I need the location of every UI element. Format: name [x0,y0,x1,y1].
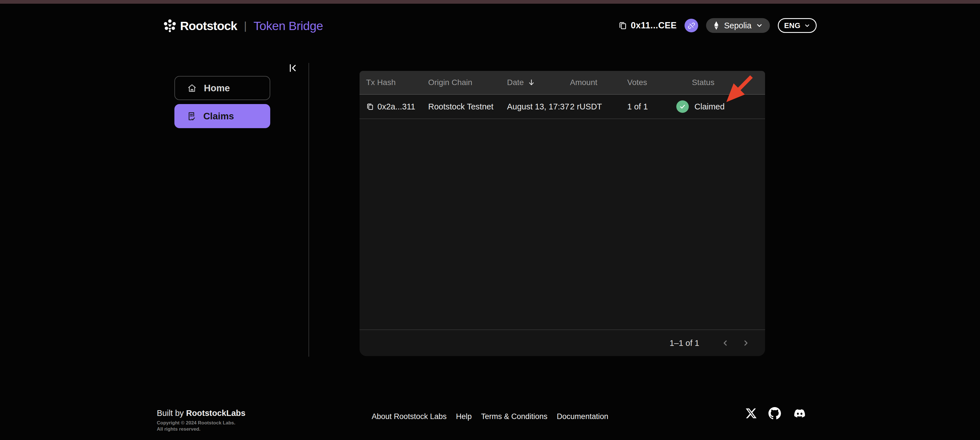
footer-link-help[interactable]: Help [456,412,472,421]
github-icon[interactable] [768,407,781,419]
app-logo[interactable]: Rootstock | Token Bridge [162,17,323,34]
network-label: Sepolia [724,21,751,30]
sidebar-item-claims[interactable]: Claims [174,104,270,128]
sort-desc-icon [527,78,536,87]
app-name: Token Bridge [253,19,323,33]
cell-status: Claimed [676,100,765,113]
top-accent-strip [0,0,980,4]
brand-separator: | [244,20,247,32]
language-label: ENG [784,21,800,30]
cell-amount: 2 rUSDT [570,102,627,111]
network-selector[interactable]: Sepolia [706,18,770,33]
tx-hash-value: 0x2a...311 [377,102,415,111]
claims-table: Tx Hash Origin Chain Date Amount Votes S… [360,71,765,356]
wallet-address-chip[interactable]: 0x11...CEE [618,21,677,31]
sidebar-divider [309,63,309,357]
table-pagination: 1–1 of 1 [360,329,765,356]
chevron-right-icon [741,339,750,347]
sidebar-item-label: Home [204,83,230,94]
column-header-date[interactable]: Date [507,78,570,87]
chevron-down-icon [804,22,810,29]
table-row[interactable]: 0x2a...311 Rootstock Testnet August 13, … [360,95,765,119]
home-icon [187,83,197,93]
ethereum-icon [713,21,720,30]
claims-icon [186,111,197,121]
pagination-prev-button[interactable] [719,336,732,350]
language-selector[interactable]: ENG [778,18,817,33]
cell-tx-hash: 0x2a...311 [366,102,428,111]
brand-name: Rootstock [180,19,237,33]
pagination-next-button[interactable] [739,336,752,350]
copyright: Copyright © 2024 Rootstock Labs. All rig… [157,420,245,433]
disconnect-icon [688,22,695,30]
column-header-votes: Votes [627,78,692,87]
built-by: Built by RootstockLabs [157,408,245,418]
x-icon[interactable] [746,408,757,419]
built-by-brand: RootstockLabs [186,408,245,418]
footer-social [746,407,807,419]
footer-link-documentation[interactable]: Documentation [557,412,609,421]
discord-icon[interactable] [793,408,807,419]
collapse-sidebar-icon [288,63,299,73]
check-icon [679,103,686,110]
copy-icon[interactable] [618,21,627,30]
chevron-down-icon [756,22,763,29]
sidebar-item-home[interactable]: Home [174,76,270,100]
copy-icon[interactable] [366,103,374,111]
column-header-amount: Amount [570,78,627,87]
disconnect-wallet-button[interactable] [684,19,698,32]
pagination-range: 1–1 of 1 [670,338,699,348]
table-header-row: Tx Hash Origin Chain Date Amount Votes S… [360,71,765,95]
collapse-sidebar-button[interactable] [286,61,300,75]
status-label: Claimed [694,102,724,111]
footer-links: About Rootstock Labs Help Terms & Condit… [372,412,608,421]
sidebar-item-label: Claims [203,111,234,122]
column-header-tx-hash: Tx Hash [366,78,428,87]
wallet-address: 0x11...CEE [631,21,677,31]
footer-link-terms[interactable]: Terms & Conditions [481,412,547,421]
cell-origin-chain: Rootstock Testnet [428,102,507,111]
status-claimed-badge [676,100,689,113]
column-header-status: Status [692,78,765,87]
footer-link-about[interactable]: About Rootstock Labs [372,412,447,421]
chevron-left-icon [721,339,730,347]
rootstock-logo-icon [162,18,177,33]
footer-credits: Built by RootstockLabs Copyright © 2024 … [157,408,245,433]
cell-date: August 13, 17:37 [507,102,570,111]
header-controls: 0x11...CEE Sepolia ENG [618,17,817,34]
column-header-origin-chain: Origin Chain [428,78,507,87]
